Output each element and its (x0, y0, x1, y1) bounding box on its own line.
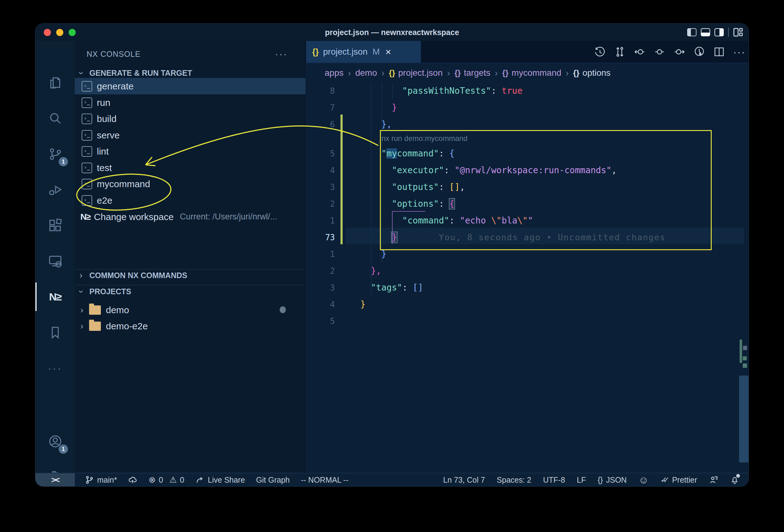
search-icon (48, 111, 62, 125)
breadcrumb-apps[interactable]: apps (325, 68, 343, 78)
toggle-secondary-sidebar-icon[interactable] (715, 28, 724, 36)
line-number: 73 (305, 229, 335, 246)
previous-change-icon[interactable] (634, 46, 646, 58)
target-item-e2e[interactable]: ›_ e2e (75, 192, 305, 208)
sidebar-item-bookmarks[interactable] (35, 315, 75, 350)
terminal-icon: ›_ (82, 179, 92, 189)
vim-mode-status-item[interactable]: -- NORMAL -- (301, 476, 348, 484)
nx-console-sidebar: NX CONSOLE ··· › GENERATE & RUN TARGET ›… (75, 41, 305, 473)
code-editor[interactable]: 8 "passWithNoTests": true7 }6 },nx run d… (305, 83, 749, 473)
sidebar-item-nx-console[interactable]: N≥ (35, 279, 75, 314)
timeline-history-icon[interactable] (594, 46, 606, 58)
cursor-position-item[interactable]: Ln 73, Col 7 (443, 476, 485, 484)
accounts-badge: 1 (59, 445, 68, 454)
feedback-smiley-item[interactable]: ☺ (639, 474, 649, 486)
sync-status-item[interactable] (128, 475, 138, 484)
line-number: 1 (305, 246, 335, 262)
branch-status-item[interactable]: main* (85, 475, 117, 484)
code-line[interactable]: 7 } (305, 99, 749, 116)
problems-status-item[interactable]: ⊗ 0 ⚠ 0 (149, 475, 184, 485)
breadcrumb-targets[interactable]: targets (464, 68, 491, 78)
project-item-demo[interactable]: › demo (75, 302, 305, 318)
divider (728, 28, 729, 37)
sidebar-item-source-control[interactable]: 1 (35, 137, 75, 171)
scrollbar-thumb[interactable] (739, 375, 749, 463)
chevron-right-icon: › (348, 68, 351, 78)
line-number: 1 (305, 212, 335, 229)
encoding-item[interactable]: UTF-8 (543, 476, 565, 484)
activity-more-button[interactable]: ··· (35, 351, 75, 386)
breadcrumb-mycommand[interactable]: mycommand (511, 68, 561, 78)
tab-project-json[interactable]: {} project.json M × (306, 41, 421, 63)
live-share-contacts-item[interactable] (709, 475, 718, 484)
code-line[interactable]: 3 "tags": [] (305, 279, 749, 296)
code-line[interactable]: 5 (305, 313, 749, 330)
title-bar: project.json — newnxreactwrkspace (35, 24, 749, 41)
sidebar-more-actions[interactable]: ··· (275, 49, 288, 60)
files-icon (48, 76, 62, 90)
toggle-sidebar-icon[interactable] (687, 28, 697, 36)
line-number: 3 (305, 179, 335, 196)
target-item-build[interactable]: ›_ build (75, 111, 305, 127)
target-item-test[interactable]: ›_ test (75, 160, 305, 176)
customize-layout-icon[interactable] (733, 28, 743, 37)
ruler-mark (743, 356, 747, 360)
json-icon: {} (598, 476, 603, 484)
next-change-icon[interactable] (673, 46, 685, 58)
target-item-serve[interactable]: ›_ serve (75, 127, 305, 143)
section-projects[interactable]: › PROJECTS (75, 287, 305, 301)
tab-bar: {} project.json M × (305, 41, 749, 63)
sidebar-item-extensions[interactable] (35, 208, 75, 243)
terminal-icon: ›_ (82, 114, 92, 124)
change-workspace-item[interactable]: N≥ Change workspace Current: /Users/juri… (75, 208, 305, 225)
extensions-icon (48, 218, 62, 232)
sidebar-item-run-debug[interactable] (35, 172, 75, 207)
current-change-icon[interactable] (654, 46, 666, 58)
nx-logo-icon: N≥ (49, 291, 61, 303)
line-number: 5 (305, 313, 335, 330)
chevron-right-icon: › (75, 305, 89, 315)
notifications-item[interactable] (730, 475, 739, 484)
chevron-down-icon: › (76, 67, 86, 80)
chevron-right-icon: › (75, 271, 87, 280)
line-number: 8 (305, 83, 335, 99)
folder-icon (89, 321, 101, 331)
eol-item[interactable]: LF (577, 476, 586, 484)
live-share-icon (196, 475, 205, 484)
gitlens-icon[interactable] (693, 46, 705, 58)
project-status-dot (280, 306, 286, 313)
chevron-right-icon: › (566, 68, 569, 78)
target-item-run[interactable]: ›_ run (75, 94, 305, 111)
more-actions-icon[interactable]: ··· (733, 46, 746, 58)
sidebar-item-explorer[interactable] (35, 65, 75, 100)
sidebar-item-search[interactable] (35, 101, 75, 136)
code-line[interactable]: 4} (305, 296, 749, 313)
line-number: 2 (305, 196, 335, 212)
target-item-mycommand[interactable]: ›_ mycommand (75, 176, 305, 192)
split-editor-icon[interactable] (713, 46, 725, 58)
code-line[interactable]: 2 }, (305, 262, 749, 279)
breadcrumb-options[interactable]: options (583, 68, 611, 78)
toggle-panel-icon[interactable] (701, 28, 710, 36)
git-graph-status-item[interactable]: Git Graph (256, 476, 289, 484)
accounts-button[interactable]: 1 (35, 424, 75, 459)
breadcrumb-demo[interactable]: demo (355, 68, 377, 78)
close-tab-icon[interactable]: × (386, 46, 391, 58)
divider (75, 285, 305, 285)
remote-indicator[interactable]: >< (35, 473, 75, 486)
target-item-generate[interactable]: ›_ generate (75, 78, 305, 94)
compare-changes-icon[interactable] (614, 46, 626, 58)
line-number: 4 (305, 162, 335, 179)
prettier-status-item[interactable]: ✓✓ Prettier (661, 475, 697, 485)
overview-ruler[interactable] (739, 83, 749, 473)
indentation-item[interactable]: Spaces: 2 (497, 476, 531, 484)
section-common-nx-commands[interactable]: › COMMON NX COMMANDS (75, 271, 305, 284)
project-item-demo-e2e[interactable]: › demo-e2e (75, 318, 305, 334)
terminal-icon: ›_ (82, 130, 92, 141)
target-item-lint[interactable]: ›_ lint (75, 143, 305, 160)
language-mode-item[interactable]: {} JSON (598, 476, 627, 484)
live-share-status-item[interactable]: Live Share (196, 475, 245, 484)
breadcrumb-project-json[interactable]: project.json (398, 68, 443, 78)
sidebar-item-remote-explorer[interactable] (35, 244, 75, 278)
code-line[interactable]: 8 "passWithNoTests": true (305, 83, 749, 99)
